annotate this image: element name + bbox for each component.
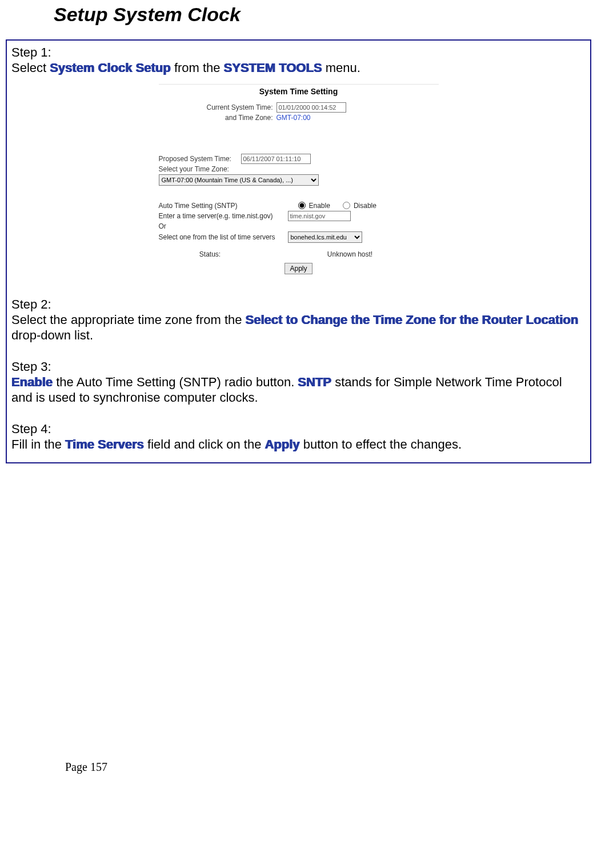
system-time-panel: System Time Setting Current System Time:… bbox=[159, 84, 439, 277]
step1-text: Select System Clock Setup from the SYSTE… bbox=[11, 60, 586, 76]
panel-heading: System Time Setting bbox=[159, 85, 439, 102]
enable-radio-label: Enable bbox=[309, 202, 330, 210]
step1-post: menu. bbox=[322, 61, 360, 75]
step1-em2: SYSTEM TOOLS bbox=[224, 61, 322, 75]
status-value: Unknown host! bbox=[262, 250, 439, 258]
step1-em1: System Clock Setup bbox=[50, 61, 171, 75]
select-server-label: Select one from the list of time servers bbox=[159, 233, 285, 241]
page-title: Setup System Clock bbox=[54, 3, 592, 26]
step2-text: Select the appropriate time zone from th… bbox=[11, 312, 586, 343]
apply-button[interactable]: Apply bbox=[285, 263, 312, 274]
step2-post: drop-down list. bbox=[11, 328, 93, 342]
step3-mid1: the Auto Time Setting (SNTP) radio butto… bbox=[53, 375, 298, 389]
step4-post: button to effect the changes. bbox=[300, 437, 462, 451]
timezone-label: and Time Zone: bbox=[159, 114, 273, 122]
step2-pre: Select the appropriate time zone from th… bbox=[11, 313, 246, 327]
or-label: Or bbox=[159, 222, 285, 230]
time-server-select[interactable]: bonehed.lcs.mit.edu bbox=[288, 231, 362, 243]
proposed-time-label: Proposed System Time: bbox=[159, 155, 238, 163]
instructions-box: Step 1: Select System Clock Setup from t… bbox=[6, 39, 591, 463]
step2-em1: Select to Change the Time Zone for the R… bbox=[246, 313, 579, 327]
step3-text: Enable the Auto Time Setting (SNTP) radi… bbox=[11, 374, 586, 406]
timezone-value: GMT-07:00 bbox=[277, 114, 311, 122]
step4-mid: field and click on the bbox=[144, 437, 265, 451]
page-number: Page 157 bbox=[65, 761, 592, 774]
timezone-select[interactable]: GMT-07:00 (Mountain Time (US & Canada), … bbox=[159, 174, 319, 186]
step4-em2: Apply bbox=[265, 437, 300, 451]
auto-time-label: Auto Time Setting (SNTP) bbox=[159, 202, 285, 210]
step1-label: Step 1: bbox=[11, 45, 586, 60]
enter-server-label: Enter a time server(e.g. time.nist.gov) bbox=[159, 212, 285, 220]
proposed-time-field[interactable] bbox=[241, 154, 311, 164]
step4-text: Fill in the Time Servers field and click… bbox=[11, 437, 586, 453]
disable-radio-label: Disable bbox=[354, 202, 376, 210]
current-time-label: Current System Time: bbox=[159, 103, 273, 111]
time-server-input[interactable] bbox=[288, 211, 351, 221]
current-time-field bbox=[277, 102, 346, 113]
step3-em2: SNTP bbox=[298, 375, 331, 389]
select-tz-label: Select your Time Zone: bbox=[159, 165, 273, 173]
step3-label: Step 3: bbox=[11, 359, 586, 374]
step3-em1: Enable bbox=[11, 375, 53, 389]
step2-label: Step 2: bbox=[11, 297, 586, 312]
status-label: Status: bbox=[159, 250, 262, 258]
step4-pre: Fill in the bbox=[11, 437, 65, 451]
step4-em1: Time Servers bbox=[65, 437, 144, 451]
step1-pre: Select bbox=[11, 61, 50, 75]
disable-radio[interactable] bbox=[343, 202, 350, 209]
step1-mid: from the bbox=[171, 61, 224, 75]
step4-label: Step 4: bbox=[11, 422, 586, 437]
enable-radio[interactable] bbox=[298, 202, 306, 209]
